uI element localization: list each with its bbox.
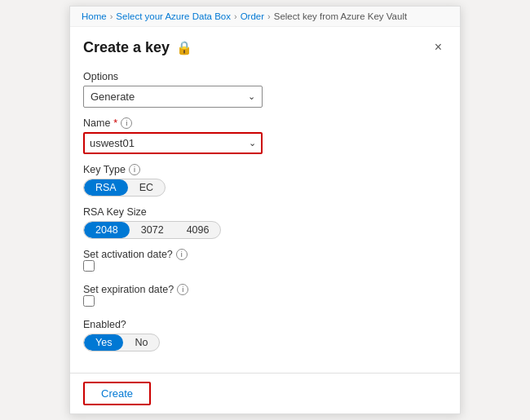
expiration-info-icon: i bbox=[177, 284, 188, 295]
activation-checkbox[interactable] bbox=[83, 260, 95, 272]
key-type-rsa[interactable]: RSA bbox=[84, 179, 128, 196]
rsa-size-4096[interactable]: 4096 bbox=[175, 222, 221, 238]
enabled-group: Enabled? Yes No bbox=[83, 319, 447, 351]
create-button[interactable]: Create bbox=[83, 382, 151, 405]
key-type-ec[interactable]: EC bbox=[128, 179, 165, 196]
expiration-checkbox[interactable] bbox=[83, 295, 95, 307]
name-group: Name * i ⌄ bbox=[83, 117, 447, 154]
expiration-group: Set expiration date? i bbox=[83, 284, 447, 309]
name-label: Name bbox=[83, 117, 110, 129]
key-type-info-icon: i bbox=[129, 164, 140, 175]
modal-container: Home › Select your Azure Data Box › Orde… bbox=[69, 6, 461, 414]
name-chevron-icon: ⌄ bbox=[249, 138, 256, 148]
required-indicator: * bbox=[113, 117, 117, 129]
activation-label: Set activation date? bbox=[83, 249, 173, 260]
modal-footer: Create bbox=[70, 373, 460, 413]
key-type-toggle: RSA EC bbox=[83, 179, 166, 197]
rsa-size-label: RSA Key Size bbox=[83, 206, 447, 218]
name-info-icon: i bbox=[121, 117, 132, 129]
options-group: Options Generate ⌄ bbox=[83, 71, 447, 108]
key-type-label-row: Key Type i bbox=[83, 164, 447, 175]
expiration-label-row: Set expiration date? i bbox=[83, 284, 447, 295]
enabled-label: Enabled? bbox=[83, 319, 447, 330]
enabled-toggle: Yes No bbox=[83, 334, 160, 351]
name-input[interactable] bbox=[90, 137, 236, 149]
rsa-size-3072[interactable]: 3072 bbox=[130, 222, 175, 238]
key-type-label: Key Type bbox=[83, 164, 126, 175]
modal-title-area: Create a key 🔒 bbox=[83, 39, 192, 56]
enabled-no[interactable]: No bbox=[123, 334, 159, 351]
activation-label-row: Set activation date? i bbox=[83, 249, 447, 260]
modal-title: Create a key bbox=[83, 39, 170, 56]
breadcrumb-key-vault: Select key from Azure Key Vault bbox=[274, 11, 407, 21]
name-label-row: Name * i bbox=[83, 117, 447, 129]
expiration-label: Set expiration date? bbox=[83, 284, 174, 295]
name-input-wrapper[interactable]: ⌄ bbox=[83, 132, 263, 154]
breadcrumb-order[interactable]: Order bbox=[241, 11, 264, 21]
options-label: Options bbox=[83, 71, 447, 82]
rsa-size-group: RSA Key Size 2048 3072 4096 bbox=[83, 206, 447, 239]
close-button[interactable]: × bbox=[430, 38, 447, 56]
options-dropdown[interactable]: Generate ⌄ bbox=[83, 86, 263, 108]
breadcrumb-data-box[interactable]: Select your Azure Data Box bbox=[116, 11, 231, 21]
modal-body: Options Generate ⌄ Name * i ⌄ Key Type bbox=[70, 63, 460, 373]
rsa-size-2048[interactable]: 2048 bbox=[84, 222, 130, 238]
options-value: Generate bbox=[91, 91, 135, 103]
chevron-down-icon: ⌄ bbox=[248, 91, 255, 102]
modal-header: Create a key 🔒 × bbox=[70, 27, 460, 63]
breadcrumb-sep-1: › bbox=[110, 11, 113, 21]
breadcrumb: Home › Select your Azure Data Box › Orde… bbox=[70, 7, 460, 27]
enabled-yes[interactable]: Yes bbox=[84, 334, 123, 351]
lock-icon: 🔒 bbox=[176, 40, 192, 55]
activation-info-icon: i bbox=[176, 249, 188, 260]
rsa-size-toggle: 2048 3072 4096 bbox=[83, 221, 221, 239]
key-type-group: Key Type i RSA EC bbox=[83, 164, 447, 197]
breadcrumb-sep-3: › bbox=[267, 11, 271, 21]
breadcrumb-home[interactable]: Home bbox=[82, 11, 107, 21]
breadcrumb-sep-2: › bbox=[234, 11, 237, 21]
activation-group: Set activation date? i bbox=[83, 249, 447, 274]
